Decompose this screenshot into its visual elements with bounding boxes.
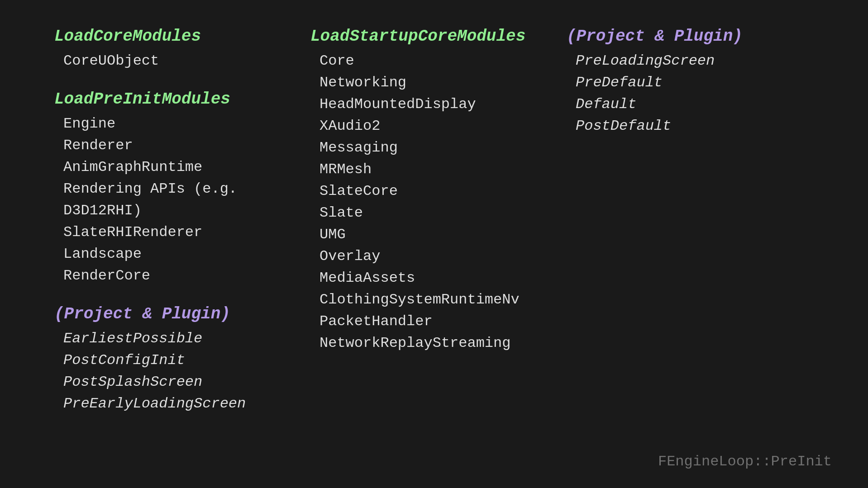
heading-load-preinit-modules: LoadPreInitModules xyxy=(54,90,310,109)
item-engine: Engine xyxy=(63,113,310,135)
item-preloadingscreen: PreLoadingScreen xyxy=(576,50,823,72)
item-umg: UMG xyxy=(320,224,567,246)
item-mrmesh: MRMesh xyxy=(320,159,567,180)
item-default: Default xyxy=(576,94,823,115)
item-landscape: Landscape xyxy=(63,243,310,265)
column-2: LoadStartupCoreModules Core Networking H… xyxy=(310,27,567,461)
item-headmounteddisplay: HeadMountedDisplay xyxy=(320,94,567,115)
item-animgraphruntime: AnimGraphRuntime xyxy=(63,156,310,178)
item-coreuobject: CoreUObject xyxy=(63,50,310,72)
item-earliest-possible: EarliestPossible xyxy=(63,328,310,350)
item-rendering-apis: Rendering APIs (e.g. D3D12RHI) xyxy=(63,178,310,222)
main-container: LoadCoreModules CoreUObject LoadPreInitM… xyxy=(0,0,868,488)
item-slate: Slate xyxy=(320,202,567,224)
heading-load-core-modules: LoadCoreModules xyxy=(54,27,310,46)
items-project-plugin-col1: EarliestPossible PostConfigInit PostSpla… xyxy=(54,328,310,415)
item-renderer: Renderer xyxy=(63,135,310,156)
item-messaging: Messaging xyxy=(320,137,567,159)
item-clothingsystem: ClothingSystemRuntimeNv xyxy=(320,289,567,311)
item-networking: Networking xyxy=(320,72,567,94)
item-networkreplaystreaming: NetworkReplayStreaming xyxy=(320,332,567,354)
item-core: Core xyxy=(320,50,567,72)
items-load-preinit-modules: Engine Renderer AnimGraphRuntime Renderi… xyxy=(54,113,310,287)
column-3: (Project & Plugin) PreLoadingScreen PreD… xyxy=(567,27,823,461)
column-1: LoadCoreModules CoreUObject LoadPreInitM… xyxy=(54,27,310,461)
items-load-core-modules: CoreUObject xyxy=(54,50,310,72)
bottom-label: FEngineLoop::PreInit xyxy=(658,453,832,470)
item-packethandler: PacketHandler xyxy=(320,311,567,332)
item-predefault: PreDefault xyxy=(576,72,823,94)
items-load-startup-core-modules: Core Networking HeadMountedDisplay XAudi… xyxy=(310,50,567,354)
items-project-plugin-col3: PreLoadingScreen PreDefault Default Post… xyxy=(567,50,823,137)
item-post-config-init: PostConfigInit xyxy=(63,350,310,371)
heading-project-plugin-col1: (Project & Plugin) xyxy=(54,305,310,323)
heading-project-plugin-col3: (Project & Plugin) xyxy=(567,27,823,46)
item-mediaassets: MediaAssets xyxy=(320,267,567,289)
item-post-splash-screen: PostSplashScreen xyxy=(63,371,310,393)
item-pre-early-loading-screen: PreEarlyLoadingScreen xyxy=(63,393,310,415)
item-rendercore: RenderCore xyxy=(63,265,310,287)
item-slatecore: SlateCore xyxy=(320,180,567,202)
item-slaterhi: SlateRHIRenderer xyxy=(63,222,310,243)
item-xaudio2: XAudio2 xyxy=(320,115,567,137)
item-postdefault: PostDefault xyxy=(576,115,823,137)
heading-load-startup-core-modules: LoadStartupCoreModules xyxy=(310,27,567,46)
item-overlay: Overlay xyxy=(320,246,567,267)
